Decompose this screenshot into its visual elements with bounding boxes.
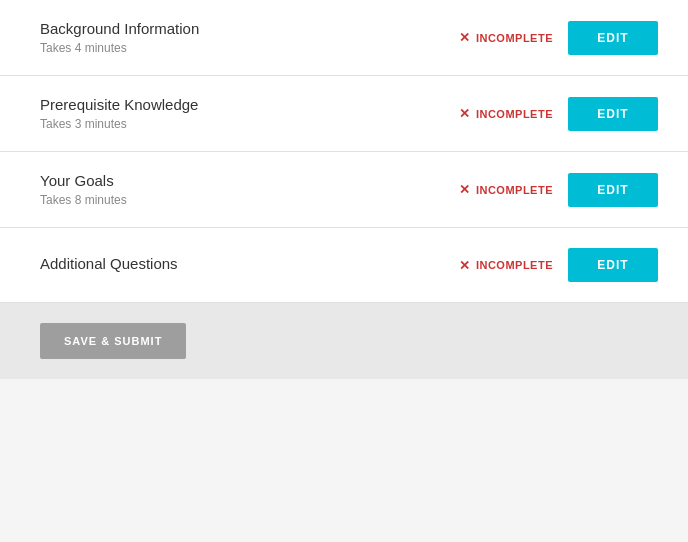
section-title-prerequisite-knowledge: Prerequisite Knowledge	[40, 96, 459, 113]
section-item-additional-questions: Additional Questions ✕ INCOMPLETE EDIT	[0, 228, 688, 303]
section-title-your-goals: Your Goals	[40, 172, 459, 189]
main-content: Background Information Takes 4 minutes ✕…	[0, 0, 688, 303]
status-incomplete-your-goals: ✕ INCOMPLETE	[459, 182, 553, 197]
section-actions-background-information: ✕ INCOMPLETE EDIT	[459, 21, 658, 55]
x-icon-additional-questions: ✕	[459, 258, 471, 273]
status-label-your-goals: INCOMPLETE	[476, 184, 553, 196]
section-duration-prerequisite-knowledge: Takes 3 minutes	[40, 117, 459, 131]
edit-button-your-goals[interactable]: EDIT	[568, 173, 658, 207]
x-icon-prerequisite-knowledge: ✕	[459, 106, 471, 121]
edit-button-prerequisite-knowledge[interactable]: EDIT	[568, 97, 658, 131]
x-icon-your-goals: ✕	[459, 182, 471, 197]
edit-button-background-information[interactable]: EDIT	[568, 21, 658, 55]
status-incomplete-background-information: ✕ INCOMPLETE	[459, 30, 553, 45]
sections-container: Background Information Takes 4 minutes ✕…	[0, 0, 688, 303]
section-info-additional-questions: Additional Questions	[40, 255, 459, 276]
section-info-your-goals: Your Goals Takes 8 minutes	[40, 172, 459, 207]
section-title-additional-questions: Additional Questions	[40, 255, 459, 272]
section-item-your-goals: Your Goals Takes 8 minutes ✕ INCOMPLETE …	[0, 152, 688, 228]
footer: SAVE & SUBMIT	[0, 303, 688, 379]
section-title-background-information: Background Information	[40, 20, 459, 37]
save-submit-button[interactable]: SAVE & SUBMIT	[40, 323, 186, 359]
status-incomplete-prerequisite-knowledge: ✕ INCOMPLETE	[459, 106, 553, 121]
section-item-prerequisite-knowledge: Prerequisite Knowledge Takes 3 minutes ✕…	[0, 76, 688, 152]
edit-button-additional-questions[interactable]: EDIT	[568, 248, 658, 282]
section-actions-prerequisite-knowledge: ✕ INCOMPLETE EDIT	[459, 97, 658, 131]
status-label-background-information: INCOMPLETE	[476, 32, 553, 44]
section-item-background-information: Background Information Takes 4 minutes ✕…	[0, 0, 688, 76]
section-info-background-information: Background Information Takes 4 minutes	[40, 20, 459, 55]
section-actions-additional-questions: ✕ INCOMPLETE EDIT	[459, 248, 658, 282]
section-actions-your-goals: ✕ INCOMPLETE EDIT	[459, 173, 658, 207]
status-incomplete-additional-questions: ✕ INCOMPLETE	[459, 258, 553, 273]
status-label-additional-questions: INCOMPLETE	[476, 259, 553, 271]
x-icon-background-information: ✕	[459, 30, 471, 45]
section-duration-your-goals: Takes 8 minutes	[40, 193, 459, 207]
section-duration-background-information: Takes 4 minutes	[40, 41, 459, 55]
section-info-prerequisite-knowledge: Prerequisite Knowledge Takes 3 minutes	[40, 96, 459, 131]
status-label-prerequisite-knowledge: INCOMPLETE	[476, 108, 553, 120]
